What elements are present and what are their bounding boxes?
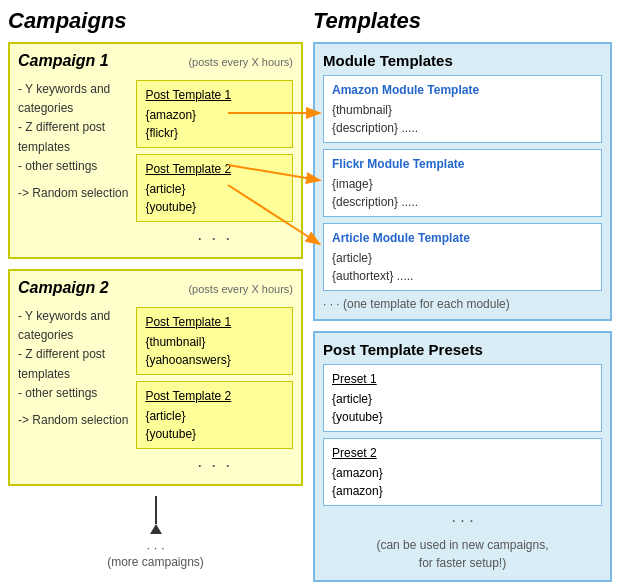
arrow-shaft <box>155 496 157 524</box>
preset-2-title: Preset 2 <box>332 444 593 462</box>
preset-1: Preset 1 {article}{youtube} <box>323 364 602 432</box>
templates-column: Templates Module Templates Amazon Module… <box>313 8 612 582</box>
flickr-module-template: Flickr Module Template {image}{descripti… <box>323 149 602 217</box>
amazon-module-template: Amazon Module Template {thumbnail}{descr… <box>323 75 602 143</box>
campaign-1-inner: - Y keywords andcategories- Z different … <box>18 80 293 249</box>
post-template-presets-section: Post Template Presets Preset 1 {article}… <box>313 331 612 582</box>
campaign-1-posts: Post Template 1 {amazon} {flickr} Post T… <box>136 80 293 249</box>
campaign-1-post-template-1: Post Template 1 {amazon} {flickr} <box>136 80 293 148</box>
preset-1-title: Preset 1 <box>332 370 593 388</box>
campaign-2-post-template-1: Post Template 1 {thumbnail} {yahooanswer… <box>136 307 293 375</box>
amazon-template-title: Amazon Module Template <box>332 81 593 99</box>
campaign-1-label: Campaign 1 <box>18 52 109 70</box>
one-per-module-note: · · · (one template for each module) <box>323 297 602 311</box>
campaign-2-post-template-2: Post Template 2 {article} {youtube} <box>136 381 293 449</box>
campaigns-column: Campaigns Campaign 1 (posts every X hour… <box>8 8 303 582</box>
campaign-1-dots: · · · <box>136 228 293 249</box>
flickr-template-title: Flickr Module Template <box>332 155 593 173</box>
campaign-2-inner: - Y keywords andcategories- Z different … <box>18 307 293 476</box>
campaign-2-settings: - Y keywords andcategories- Z different … <box>18 307 128 476</box>
article-module-template: Article Module Template {article}{author… <box>323 223 602 291</box>
campaigns-title: Campaigns <box>8 8 303 34</box>
templates-title: Templates <box>313 8 612 34</box>
more-campaigns-label: · · · (more campaigns) <box>107 540 204 569</box>
more-campaigns-area: · · · (more campaigns) <box>8 496 303 569</box>
presets-heading: Post Template Presets <box>323 341 602 358</box>
presets-dots: · · · <box>323 512 602 530</box>
preset-2: Preset 2 {amazon}{amazon} <box>323 438 602 506</box>
campaign-2-box: Campaign 2 (posts every X hours) - Y key… <box>8 269 303 486</box>
campaign-2-label: Campaign 2 <box>18 279 109 297</box>
campaign-1-post-template-2: Post Template 2 {article} {youtube} <box>136 154 293 222</box>
campaign-2-dots: · · · <box>136 455 293 476</box>
campaign-2-posts: Post Template 1 {thumbnail} {yahooanswer… <box>136 307 293 476</box>
module-templates-heading: Module Templates <box>323 52 602 69</box>
article-template-title: Article Module Template <box>332 229 593 247</box>
module-templates-section: Module Templates Amazon Module Template … <box>313 42 612 321</box>
arrow-head <box>150 524 162 534</box>
campaign-1-box: Campaign 1 (posts every X hours) - Y key… <box>8 42 303 259</box>
campaign-2-posts-every: (posts every X hours) <box>188 283 293 295</box>
campaign-1-settings: - Y keywords andcategories- Z different … <box>18 80 128 249</box>
presets-note: (can be used in new campaigns,for faster… <box>323 536 602 572</box>
campaign-1-posts-every: (posts every X hours) <box>188 56 293 68</box>
